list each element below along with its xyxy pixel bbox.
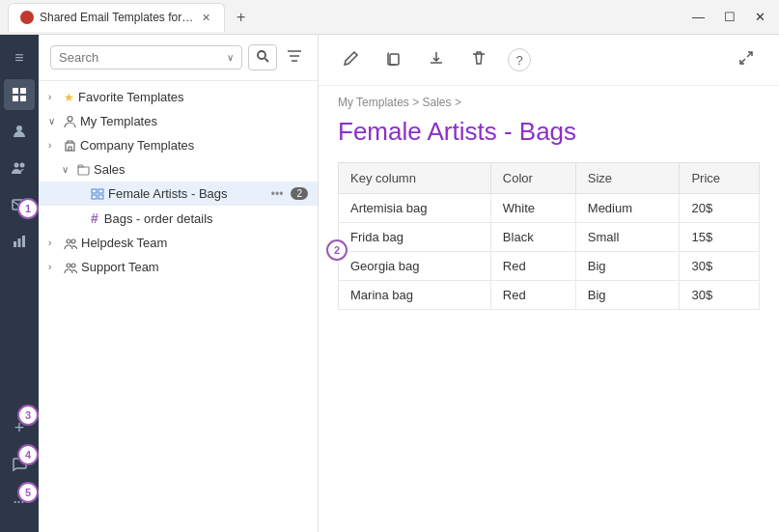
svg-rect-21 — [98, 195, 103, 199]
table-cell: Red — [490, 281, 575, 310]
new-tab-button[interactable]: + — [229, 5, 253, 30]
table-cell: Medium — [575, 194, 680, 223]
table-cell: White — [490, 194, 575, 223]
search-button[interactable] — [248, 44, 277, 70]
circle-4: 4 — [17, 444, 39, 465]
company-icon — [64, 139, 76, 152]
svg-point-23 — [71, 239, 75, 243]
tab-close-button[interactable]: ✕ — [200, 10, 212, 26]
table-row: Frida bagBlackSmall15$ — [339, 223, 760, 252]
table-cell: Big — [575, 252, 680, 281]
table-cell: 20$ — [680, 194, 760, 223]
col-header-key: Key column — [339, 163, 491, 194]
user-icon — [64, 115, 76, 127]
hamburger-menu-icon[interactable]: ≡ — [4, 42, 35, 73]
icon-sidebar-bottom: + ••• — [4, 412, 35, 524]
col-header-size: Size — [575, 163, 680, 194]
svg-point-16 — [68, 117, 72, 122]
table-row: Artemisia bagWhiteMedium20$ — [339, 194, 760, 223]
search-input-wrap[interactable]: ∨ — [50, 45, 242, 70]
minimize-button[interactable]: — — [686, 8, 710, 26]
chevron-icon: ∨ — [48, 116, 60, 126]
table-cell: 30$ — [680, 281, 760, 310]
tree-item-favorite-templates[interactable]: › ★ Favorite Templates — [39, 85, 318, 109]
tree-item-support-team[interactable]: › Support Team — [39, 255, 318, 279]
delete-button[interactable] — [465, 46, 492, 73]
tree-sidebar: ∨ › ★ Favorite Templates ∨ My Templates — [39, 35, 319, 532]
search-input[interactable] — [59, 50, 221, 65]
table-row: Marina bagRedBig30$ — [339, 281, 760, 310]
templates-nav-icon[interactable] — [4, 79, 35, 110]
svg-rect-19 — [98, 189, 103, 193]
page-title: Female Artists - Bags — [319, 113, 779, 162]
table-row: Georgia bagRedBig30$ — [339, 252, 760, 281]
toolbar: ? — [319, 35, 779, 86]
tree-item-label: Sales — [94, 162, 308, 177]
table-cell: Artemisia bag — [339, 194, 491, 223]
folder-icon — [77, 163, 90, 176]
svg-point-24 — [67, 264, 70, 267]
edit-button[interactable] — [338, 46, 365, 73]
reports-nav-icon[interactable] — [4, 226, 35, 257]
table-cell: 15$ — [680, 223, 760, 252]
circle-1: 1 — [17, 198, 39, 219]
svg-rect-0 — [13, 88, 18, 94]
app-container: ≡ + ••• — [0, 35, 779, 532]
chevron-icon: › — [48, 262, 60, 272]
template-grid-icon — [91, 188, 104, 200]
search-dropdown-arrow-icon[interactable]: ∨ — [227, 52, 234, 63]
tree-item-my-templates[interactable]: ∨ My Templates — [39, 109, 318, 133]
svg-line-12 — [265, 59, 269, 63]
svg-rect-10 — [22, 236, 25, 247]
svg-point-6 — [20, 163, 25, 168]
chevron-icon: › — [48, 140, 60, 151]
col-header-price: Price — [680, 163, 760, 194]
col-header-color: Color — [490, 163, 575, 194]
circle-3: 3 — [17, 405, 39, 426]
table-cell: 30$ — [680, 252, 760, 281]
copy-button[interactable] — [380, 46, 407, 73]
tree-item-label: Company Templates — [80, 138, 308, 153]
star-icon: ★ — [64, 91, 74, 104]
svg-rect-9 — [18, 238, 21, 247]
tree-item-sales[interactable]: ∨ Sales — [39, 157, 318, 182]
tree-item-bags-order-details[interactable]: # Bags - order details — [39, 206, 318, 231]
data-table: Key column Color Size Price Artemisia ba… — [338, 162, 760, 310]
expand-button[interactable] — [733, 46, 760, 73]
filter-button[interactable] — [283, 45, 306, 70]
table-header-row: Key column Color Size Price — [339, 163, 760, 194]
table-cell: Red — [490, 252, 575, 281]
tree-item-helpdesk-team[interactable]: › Helpdesk Team — [39, 231, 318, 255]
breadcrumb: My Templates > Sales > — [319, 86, 779, 113]
tree-item-company-templates[interactable]: › Company Templates — [39, 133, 318, 157]
download-button[interactable] — [423, 46, 450, 73]
team-icon — [64, 238, 77, 249]
active-tab[interactable]: Shared Email Templates for Outlo... ✕ — [8, 3, 225, 32]
browser-chrome: Shared Email Templates for Outlo... ✕ + … — [0, 0, 779, 35]
close-button[interactable]: ✕ — [749, 8, 771, 26]
breadcrumb-sales[interactable]: Sales — [423, 96, 452, 109]
table-cell: Marina bag — [339, 281, 491, 310]
circle-5: 5 — [17, 482, 39, 503]
table-body: Artemisia bagWhiteMedium20$Frida bagBlac… — [339, 194, 760, 310]
svg-rect-20 — [92, 195, 97, 199]
svg-rect-3 — [20, 96, 26, 101]
svg-point-25 — [71, 264, 75, 267]
tree-item-label: My Templates — [80, 114, 308, 128]
contacts-nav-icon[interactable] — [4, 116, 35, 147]
more-options-icon[interactable]: ••• — [271, 187, 284, 201]
tree-item-female-artists-bags[interactable]: Female Artists - Bags ••• 2 — [39, 182, 318, 206]
hash-icon: # — [91, 210, 98, 226]
breadcrumb-my-templates[interactable]: My Templates — [338, 96, 409, 109]
table-cell: Big — [575, 281, 680, 310]
team-nav-icon[interactable] — [4, 153, 35, 183]
breadcrumb-separator2: > — [455, 96, 461, 109]
svg-point-11 — [258, 51, 265, 59]
svg-rect-18 — [92, 189, 97, 193]
help-button[interactable]: ? — [508, 48, 531, 71]
tree-list: › ★ Favorite Templates ∨ My Templates › … — [39, 81, 318, 532]
maximize-button[interactable]: ☐ — [718, 8, 741, 26]
tab-favicon — [20, 11, 34, 24]
circle-2: 2 — [326, 239, 348, 261]
badge-count: 2 — [291, 187, 308, 200]
